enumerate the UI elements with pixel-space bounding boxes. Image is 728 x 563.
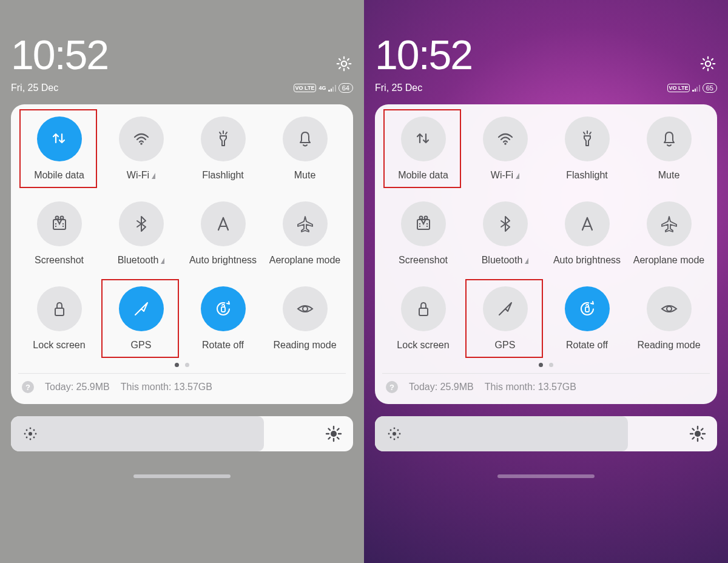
signal-icon: [328, 84, 335, 92]
settings-button[interactable]: [699, 42, 717, 75]
data-usage-row[interactable]: ? Today: 25.9MB This month: 13.57GB: [382, 373, 710, 397]
signal-icon: [692, 84, 699, 92]
letter-a-icon: [214, 214, 233, 234]
expand-icon: [525, 258, 528, 264]
usage-month: This month: 13.57GB: [485, 382, 576, 393]
expand-icon: [516, 173, 519, 179]
gear-icon: [335, 55, 353, 73]
slider-fill: [375, 416, 628, 451]
tile-lock-screen[interactable]: Lock screen: [382, 286, 464, 351]
tile-mobile-data[interactable]: Mobile data: [18, 116, 100, 181]
volte-badge: VO LTE: [667, 84, 690, 92]
tile-flashlight[interactable]: Flashlight: [182, 116, 264, 181]
mobile-data-icon: [414, 129, 433, 149]
quick-settings-panel: Mobile data Wi-Fi Flashlight Mute Screen…: [375, 104, 717, 404]
tile-label: Mute: [658, 170, 680, 181]
rotation-lock-icon: [214, 299, 233, 319]
rotation-lock-icon: [578, 299, 597, 319]
lock-icon: [50, 299, 69, 319]
page-dot: [539, 363, 543, 367]
expand-icon: [161, 258, 164, 264]
screen-left: 10:52 Fri, 25 Dec VO LTE 4G 64 Mobile da…: [0, 0, 364, 563]
tile-label: Rotate off: [566, 340, 608, 351]
tile-rotate-off[interactable]: Rotate off: [546, 286, 628, 351]
scissors-icon: [414, 214, 433, 234]
page-dot: [549, 363, 553, 367]
usage-today: Today: 25.9MB: [45, 382, 110, 393]
tile-wifi[interactable]: Wi-Fi: [464, 116, 546, 181]
gesture-handle[interactable]: [133, 474, 231, 478]
tile-label: Mute: [294, 170, 316, 181]
eye-icon: [295, 299, 315, 319]
eye-icon: [659, 299, 679, 319]
tile-label: Reading mode: [637, 340, 700, 351]
tile-screenshot[interactable]: Screenshot: [18, 201, 100, 266]
page-dot: [185, 363, 189, 367]
location-arrow-icon: [496, 299, 515, 319]
tile-label: Mobile data: [398, 170, 448, 181]
location-arrow-icon: [132, 299, 151, 319]
brightness-slider[interactable]: [375, 416, 717, 451]
tile-bluetooth[interactable]: Bluetooth: [464, 201, 546, 266]
tile-rotate-off[interactable]: Rotate off: [182, 286, 264, 351]
tile-bluetooth[interactable]: Bluetooth: [100, 201, 182, 266]
bell-icon: [659, 129, 679, 149]
tile-label: Flashlight: [202, 170, 243, 181]
volte-badge: VO LTE: [294, 84, 317, 92]
letter-a-icon: [578, 214, 597, 234]
tile-screenshot[interactable]: Screenshot: [382, 201, 464, 266]
clock-time: 10:52: [11, 34, 108, 75]
tile-label: Rotate off: [202, 340, 244, 351]
tile-label: Auto brightness: [189, 255, 257, 266]
tile-label: Bluetooth: [482, 255, 529, 266]
page-indicator: [18, 363, 346, 367]
lock-icon: [414, 299, 433, 319]
tile-mobile-data[interactable]: Mobile data: [382, 116, 464, 181]
gesture-handle[interactable]: [497, 474, 595, 478]
tile-mute[interactable]: Mute: [628, 116, 710, 181]
tile-auto-brightness[interactable]: Auto brightness: [182, 201, 264, 266]
quick-settings-panel: Mobile data Wi-Fi Flashlight Mute Screen…: [11, 104, 353, 404]
flashlight-icon: [214, 129, 233, 149]
status-bar-icons: VO LTE 65: [667, 83, 717, 93]
tile-label: GPS: [495, 340, 516, 351]
tile-aeroplane-mode[interactable]: Aeroplane mode: [628, 201, 710, 266]
gear-icon: [699, 55, 717, 73]
tile-reading-mode[interactable]: Reading mode: [264, 286, 346, 351]
tile-label: Mobile data: [34, 170, 84, 181]
tile-reading-mode[interactable]: Reading mode: [628, 286, 710, 351]
battery-indicator: 65: [703, 83, 717, 93]
help-icon: ?: [386, 381, 398, 393]
airplane-icon: [659, 214, 679, 234]
tile-flashlight[interactable]: Flashlight: [546, 116, 628, 181]
page-dot: [175, 363, 179, 367]
settings-button[interactable]: [335, 42, 353, 75]
brightness-low-icon: [385, 424, 404, 443]
tile-label: Wi-Fi: [491, 170, 519, 181]
screen-right: 10:52 Fri, 25 Dec VO LTE 65 Mobile data …: [364, 0, 728, 563]
tile-label: Bluetooth: [118, 255, 165, 266]
tile-auto-brightness[interactable]: Auto brightness: [546, 201, 628, 266]
date-label: Fri, 25 Dec: [375, 83, 422, 93]
tile-wifi[interactable]: Wi-Fi: [100, 116, 182, 181]
tile-gps[interactable]: GPS: [464, 286, 546, 351]
flashlight-icon: [578, 129, 597, 149]
battery-indicator: 64: [339, 83, 353, 93]
tile-gps[interactable]: GPS: [100, 286, 182, 351]
scissors-icon: [50, 214, 69, 234]
tile-label: Aeroplane mode: [269, 255, 340, 266]
slider-fill: [11, 416, 264, 451]
tile-label: Lock screen: [33, 340, 85, 351]
expand-icon: [152, 173, 155, 179]
tile-label: Screenshot: [35, 255, 84, 266]
usage-today: Today: 25.9MB: [409, 382, 474, 393]
tile-label: Flashlight: [566, 170, 607, 181]
tile-lock-screen[interactable]: Lock screen: [18, 286, 100, 351]
data-usage-row[interactable]: ? Today: 25.9MB This month: 13.57GB: [18, 373, 346, 397]
tile-label: Reading mode: [273, 340, 336, 351]
tile-aeroplane-mode[interactable]: Aeroplane mode: [264, 201, 346, 266]
usage-month: This month: 13.57GB: [121, 382, 212, 393]
brightness-high-icon: [688, 424, 707, 443]
tile-mute[interactable]: Mute: [264, 116, 346, 181]
brightness-slider[interactable]: [11, 416, 353, 451]
